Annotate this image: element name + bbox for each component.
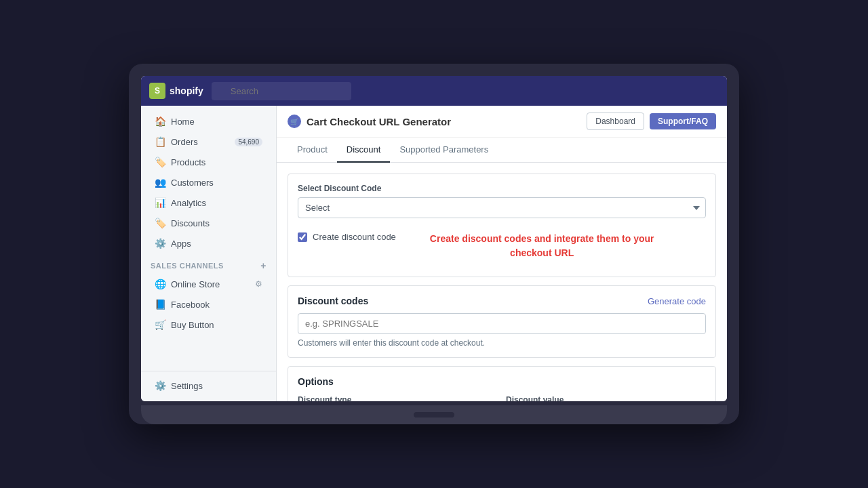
sidebar-item-customers[interactable]: 👥 Customers [145,172,272,192]
shopify-logo: S shopify [149,83,203,99]
topbar: S shopify 🔍 [141,76,727,106]
page-title: Cart Checkout URL Generator [307,116,451,127]
sidebar-item-buy-button[interactable]: 🛒 Buy Button [145,314,272,335]
tab-product[interactable]: Product [288,138,337,163]
sales-channels-label: SALES CHANNELS [151,262,224,270]
settings-icon: ⚙️ [155,380,165,391]
buy-button-icon: 🛒 [155,319,165,330]
select-discount-section: Select Discount Code Select Create disco… [288,174,716,277]
sidebar-item-products[interactable]: 🏷️ Products [145,152,272,172]
select-discount-label: Select Discount Code [298,184,706,193]
search-input[interactable] [212,82,351,100]
create-discount-row: Create discount code [298,232,396,242]
sidebar-item-label: Analytics [171,198,206,208]
sidebar-item-online-store[interactable]: 🌐 Online Store ⚙ [145,274,272,294]
discount-codes-title: Discount codes [298,296,368,306]
sales-channels-section: SALES CHANNELS + [141,253,276,274]
main-content: 🛒 Cart Checkout URL Generator Dashboard … [277,106,727,401]
discounts-icon: 🏷️ [155,218,165,228]
discount-type-label: Discount type [298,395,498,401]
products-icon: 🏷️ [155,157,165,167]
sidebar-item-label: Buy Button [171,320,214,330]
discount-value-label: Discount value [506,395,706,401]
sidebar-item-facebook[interactable]: 📘 Facebook [145,294,272,314]
sidebar-item-label: Products [171,157,205,167]
sidebar-item-analytics[interactable]: 📊 Analytics [145,192,272,213]
sidebar-item-label: Customers [171,178,214,188]
sidebar-item-label: Orders [171,137,198,147]
main-title: 🛒 Cart Checkout URL Generator [288,115,451,128]
tabs: Product Discount Supported Parameters [277,138,727,163]
create-discount-label: Create discount code [313,232,396,242]
analytics-icon: 📊 [155,197,165,208]
tab-discount[interactable]: Discount [337,138,391,163]
sidebar-item-orders[interactable]: 📋 Orders 54,690 [145,131,272,152]
sidebar-item-label: Facebook [171,300,210,310]
discount-value-field: Discount value % [506,395,706,401]
orders-icon: 📋 [155,136,165,147]
sidebar-item-apps[interactable]: ⚙️ Apps [145,233,272,253]
sidebar-item-settings[interactable]: ⚙️ Settings [145,375,272,396]
discount-codes-header: Discount codes Generate code [298,296,706,306]
shopify-logo-text: shopify [170,85,203,96]
generate-code-link[interactable]: Generate code [648,296,706,306]
form-area: Select Discount Code Select Create disco… [277,163,727,401]
tab-supported-parameters[interactable]: Supported Parameters [390,138,498,163]
discount-select[interactable]: Select [298,197,706,218]
facebook-icon: 📘 [155,299,165,310]
sidebar-item-discounts[interactable]: 🏷️ Discounts [145,213,272,233]
create-discount-checkbox[interactable] [298,232,307,242]
sidebar-item-label: Online Store [171,279,220,289]
discount-codes-section: Discount codes Generate code Customers w… [288,285,716,358]
page-icon: 🛒 [288,115,301,128]
header-buttons: Dashboard Support/FAQ [587,113,716,130]
dashboard-button[interactable]: Dashboard [587,113,644,130]
options-grid: Discount type Percentage discount Discou… [298,395,706,401]
support-faq-button[interactable]: Support/FAQ [650,113,716,129]
sidebar-item-label: Home [171,117,195,127]
add-channel-icon[interactable]: + [260,260,267,271]
discount-code-input[interactable] [298,313,706,334]
shopify-logo-icon: S [149,83,165,99]
sidebar-item-label: Settings [171,381,203,391]
settings-cog-icon[interactable]: ⚙ [255,279,262,289]
sidebar-item-home[interactable]: 🏠 Home [145,111,272,131]
sidebar-bottom: ⚙️ Settings [141,371,276,396]
orders-badge: 54,690 [235,138,262,146]
options-section: Options Discount type Percentage discoun… [288,366,716,401]
online-store-icon: 🌐 [155,279,165,289]
customers-icon: 👥 [155,177,165,188]
sidebar: 🏠 Home 📋 Orders 54,690 🏷️ Products 👥 [141,106,277,401]
discount-type-field: Discount type Percentage discount [298,395,498,401]
promo-text: Create discount codes and integrate them… [410,225,675,267]
apps-icon: ⚙️ [155,238,165,249]
search-wrap: 🔍 [212,82,719,100]
code-input-hint: Customers will enter this discount code … [298,338,706,348]
sidebar-item-label: Discounts [171,218,210,228]
home-icon: 🏠 [155,116,165,127]
sidebar-item-label: Apps [171,239,191,249]
options-title: Options [298,376,706,387]
main-header: 🛒 Cart Checkout URL Generator Dashboard … [277,106,727,138]
